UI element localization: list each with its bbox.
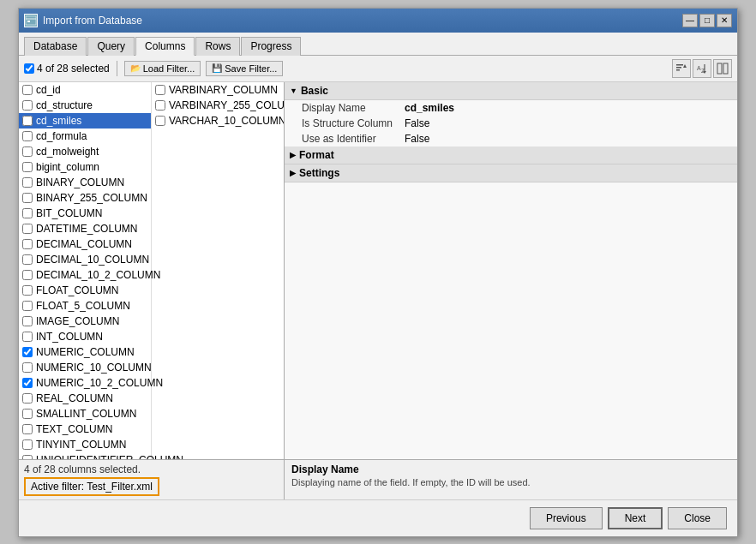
col-checkbox-real_column[interactable] — [22, 393, 33, 404]
col-checkbox-cd_molweight[interactable] — [22, 146, 33, 157]
svg-rect-2 — [27, 21, 30, 22]
svg-rect-5 — [676, 69, 680, 71]
col-checkbox-numeric_column[interactable] — [22, 347, 33, 357]
select-all-checkbox[interactable] — [24, 63, 34, 74]
list-item[interactable]: cd_formula — [19, 129, 151, 144]
settings-section-header[interactable]: ▶ Settings — [285, 164, 737, 182]
tab-rows[interactable]: Rows — [195, 37, 240, 56]
svg-rect-3 — [676, 64, 683, 66]
list-item[interactable]: VARCHAR_10_COLUMN — [152, 113, 285, 129]
list-item[interactable]: NUMERIC_COLUMN — [19, 344, 151, 360]
tab-columns[interactable]: Columns — [135, 37, 195, 56]
col-checkbox-decimal_column[interactable] — [22, 239, 33, 249]
list-item-selected[interactable]: cd_smiles — [19, 113, 151, 129]
col-checkbox-cd_id[interactable] — [22, 85, 33, 95]
col-checkbox-int_column[interactable] — [22, 332, 33, 342]
list-item[interactable]: SMALLINT_COLUMN — [19, 406, 151, 421]
list-item[interactable]: DECIMAL_COLUMN — [19, 236, 151, 252]
previous-button[interactable]: Previous — [530, 507, 603, 529]
properties-panel: ▼ Basic Display Name cd_smiles Is Struct… — [285, 82, 737, 459]
selected-count-label: 4 of 28 selected — [37, 63, 110, 75]
sort-az-icon-btn[interactable]: A Z — [693, 59, 711, 78]
list-item[interactable]: DATETIME_COLUMN — [19, 221, 151, 236]
list-item[interactable]: INT_COLUMN — [19, 329, 151, 344]
list-item[interactable]: FLOAT_5_COLUMN — [19, 298, 151, 314]
col-checkbox-decimal_10_column[interactable] — [22, 254, 33, 265]
list-item[interactable]: NUMERIC_10_2_COLUMN — [19, 375, 151, 391]
list-item[interactable]: VARBINARY_255_COLUMN — [152, 98, 285, 113]
col-checkbox-numeric_10_2_column[interactable] — [22, 378, 33, 388]
next-button[interactable]: Next — [608, 507, 663, 529]
list-item[interactable]: cd_id — [19, 82, 151, 98]
list-item[interactable]: BIT_COLUMN — [19, 206, 151, 221]
title-bar: Import from Database — □ ✕ — [19, 9, 737, 33]
columns-icon-btn[interactable] — [713, 59, 732, 78]
col-checkbox-varbinary_255_column[interactable] — [155, 100, 165, 111]
col-checkbox-bigint_column[interactable] — [22, 162, 33, 172]
basic-section-label: Basic — [301, 85, 328, 97]
col-checkbox-varchar_10_column[interactable] — [155, 116, 165, 126]
col-checkbox-tinyint_column[interactable] — [22, 439, 33, 450]
col-checkbox-datetime_column[interactable] — [22, 224, 33, 234]
col-checkbox-decimal_10_2_column[interactable] — [22, 270, 33, 280]
save-filter-icon: 💾 — [212, 63, 222, 73]
status-selected-text: 4 of 28 columns selected. — [24, 463, 279, 475]
col-checkbox-image_column[interactable] — [22, 316, 33, 326]
bottom-right-panel: Display Name Displaying name of the fiel… — [285, 460, 737, 499]
maximize-button[interactable]: □ — [699, 14, 715, 27]
col-checkbox-varbinary_column[interactable] — [155, 85, 165, 95]
col-checkbox-binary_255_column[interactable] — [22, 193, 33, 203]
col-checkbox-bit_column[interactable] — [22, 208, 33, 218]
col-left: cd_id cd_structure cd_smiles cd_formula — [19, 82, 152, 459]
tab-database[interactable]: Database — [24, 37, 87, 56]
list-item[interactable]: IMAGE_COLUMN — [19, 314, 151, 329]
sort-icon-btn[interactable] — [672, 59, 691, 78]
tab-query[interactable]: Query — [87, 37, 135, 56]
format-chevron-icon: ▶ — [290, 151, 296, 159]
list-item[interactable]: cd_molweight — [19, 144, 151, 159]
load-filter-icon: 📂 — [130, 63, 141, 73]
list-item[interactable]: REAL_COLUMN — [19, 391, 151, 406]
is-structure-value: False — [405, 117, 429, 129]
list-item[interactable]: UNIQUEIDENTIFIER_COLUMN — [19, 452, 151, 459]
col-checkbox-float_5_column[interactable] — [22, 301, 33, 311]
minimize-button[interactable]: — — [682, 14, 698, 27]
col-checkbox-cd_smiles[interactable] — [22, 116, 33, 126]
list-item[interactable]: DECIMAL_10_COLUMN — [19, 252, 151, 267]
list-item[interactable]: BINARY_COLUMN — [19, 175, 151, 190]
col-checkbox-cd_structure[interactable] — [22, 100, 33, 111]
active-filter-label: Active filter: Test_Filter.xml — [24, 477, 159, 496]
load-filter-button[interactable]: 📂 Load Filter... — [124, 61, 201, 76]
list-item[interactable]: BINARY_255_COLUMN — [19, 190, 151, 206]
list-item[interactable]: TEXT_COLUMN — [19, 421, 151, 437]
list-item[interactable]: NUMERIC_10_COLUMN — [19, 360, 151, 375]
format-section-header[interactable]: ▶ Format — [285, 146, 737, 164]
list-item[interactable]: VARBINARY_COLUMN — [152, 82, 285, 98]
col-checkbox-numeric_10_column[interactable] — [22, 362, 33, 373]
is-structure-label: Is Structure Column — [302, 117, 405, 129]
col-checkbox-text_column[interactable] — [22, 424, 33, 434]
tab-progress[interactable]: Progress — [241, 37, 301, 56]
basic-section-header[interactable]: ▼ Basic — [285, 82, 737, 100]
svg-rect-11 — [717, 63, 722, 74]
display-name-label: Display Name — [302, 102, 405, 114]
column-section: cd_id cd_structure cd_smiles cd_formula — [19, 82, 284, 459]
window-icon — [24, 14, 38, 27]
save-filter-button[interactable]: 💾 Save Filter... — [206, 61, 283, 76]
window-controls: — □ ✕ — [682, 14, 732, 27]
col-checkbox-smallint_column[interactable] — [22, 409, 33, 419]
list-item[interactable]: DECIMAL_10_2_COLUMN — [19, 267, 151, 283]
close-button[interactable]: Close — [668, 507, 727, 529]
col-checkbox-cd_formula[interactable] — [22, 131, 33, 141]
list-item[interactable]: cd_structure — [19, 98, 151, 113]
list-item[interactable]: FLOAT_COLUMN — [19, 283, 151, 298]
toolbar-icon-group: A Z — [672, 59, 732, 78]
col-checkbox-uniqueidentifier_column[interactable] — [22, 455, 33, 459]
col-checkbox-float_column[interactable] — [22, 285, 33, 296]
svg-rect-0 — [26, 16, 36, 25]
list-item[interactable]: bigint_column — [19, 159, 151, 175]
column-list-panel: cd_id cd_structure cd_smiles cd_formula — [19, 82, 285, 459]
list-item[interactable]: TINYINT_COLUMN — [19, 437, 151, 452]
close-window-button[interactable]: ✕ — [717, 14, 732, 27]
col-checkbox-binary_column[interactable] — [22, 177, 33, 188]
